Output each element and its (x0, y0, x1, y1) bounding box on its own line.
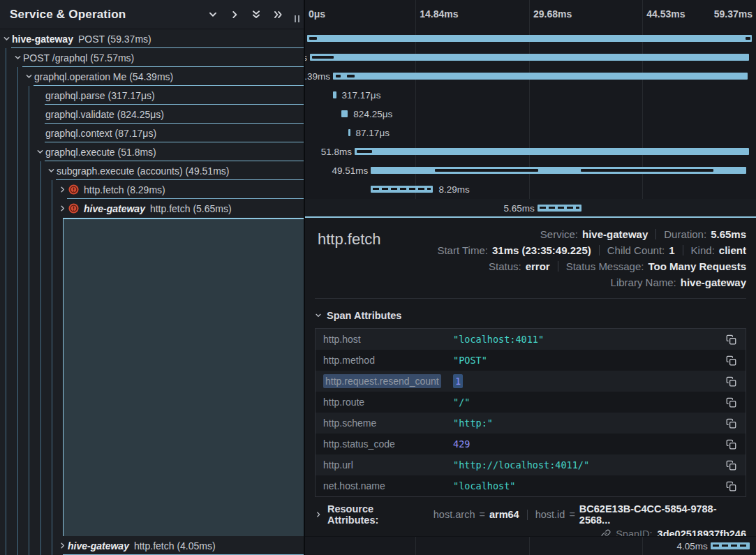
link-icon[interactable] (601, 529, 611, 536)
meta-divider (599, 245, 600, 256)
attribute-row: http.scheme "http:" (316, 413, 746, 434)
chevron-right-icon[interactable] (59, 542, 68, 549)
span-id-value: 3de02518937fb246 (658, 528, 746, 536)
span-id-row: SpanID: 3de02518937fb246 (315, 525, 746, 536)
chevron-down-icon[interactable] (47, 167, 57, 175)
span-bar[interactable] (348, 129, 350, 136)
tree-row-http-fetch-5ms-selected[interactable]: hive-gateway http.fetch (5.65ms) (0, 199, 304, 218)
chevrons-down-icon[interactable] (251, 10, 261, 20)
span-bar[interactable] (371, 186, 433, 193)
attribute-key: http.scheme (316, 417, 453, 429)
timeline-row[interactable]: 57.57ms (305, 48, 756, 67)
pane-resize-handle[interactable] (295, 15, 299, 22)
span-bar[interactable] (333, 91, 336, 98)
timeline-row[interactable]: 87.17μs (305, 124, 756, 142)
resource-attributes-toggle[interactable]: Resource Attributes: host.arch = arm64 h… (315, 506, 746, 523)
span-bar[interactable] (341, 110, 348, 117)
chevron-right-icon[interactable] (59, 205, 68, 212)
attribute-value: 429 (453, 438, 716, 450)
copy-icon[interactable] (716, 334, 746, 345)
timeline-row[interactable]: 59.37ms (305, 29, 756, 48)
tree-row-post-graphql[interactable]: POST /graphql (57.57ms) (0, 48, 304, 67)
chevrons-right-icon[interactable] (273, 10, 283, 20)
duration-label: 87.17μs (356, 128, 390, 138)
service-name: hive-gateway (84, 203, 145, 214)
equals-sign: = (479, 509, 484, 520)
tree-row-graphql-validate[interactable]: graphql.validate (824.25μs) (0, 105, 304, 124)
tree-row-http-fetch-8ms[interactable]: http.fetch (8.29ms) (0, 180, 304, 199)
chevron-down-icon[interactable] (3, 35, 12, 43)
tree-row-graphql-execute[interactable]: graphql.execute (51.8ms) (0, 142, 304, 161)
indent-guide (40, 161, 41, 555)
timeline-row-bottom[interactable]: 4.05ms (305, 536, 756, 555)
span-attributes-toggle[interactable]: Span Attributes (315, 308, 746, 323)
timeline-rows: 59.37ms 57.57ms 54.39ms 317.17μs 824.25μ… (305, 29, 756, 218)
copy-icon[interactable] (716, 439, 746, 450)
copy-icon[interactable] (716, 460, 746, 471)
span-label: POST /graphql (57.57ms) (23, 52, 134, 64)
span-bar[interactable] (307, 35, 752, 42)
span-bar[interactable] (310, 54, 749, 61)
start-time-value: 31ms (23:35:49.225) (492, 244, 591, 256)
tree-row-graphql-parse[interactable]: graphql.parse (317.17μs) (0, 86, 304, 105)
attribute-key: http.request.resend_count (316, 376, 453, 387)
span-detail-title: http.fetch (315, 226, 381, 249)
error-icon (68, 203, 79, 214)
span-label: graphql.parse (317.17μs) (45, 90, 155, 101)
timeline-row[interactable]: 317.17μs (305, 86, 756, 105)
service-value: hive-gateway (582, 228, 648, 240)
service-label: Service: (540, 228, 578, 240)
span-bar[interactable] (538, 205, 581, 212)
attribute-row: http.url "http://localhost:4011/" (316, 454, 746, 475)
copy-icon[interactable] (716, 397, 746, 408)
span-bar[interactable] (333, 73, 748, 80)
duration-label: 8.29ms (438, 184, 469, 195)
chevron-down-icon[interactable] (14, 54, 23, 61)
tree-toolbar (208, 10, 283, 20)
status-message-label: Status Message: (566, 260, 644, 272)
copy-icon[interactable] (716, 355, 746, 366)
chevron-down-icon[interactable] (208, 10, 218, 20)
chevron-down-icon[interactable] (36, 148, 45, 156)
tick-label: 59.37ms (714, 8, 753, 20)
span-label: http.fetch (5.65ms) (150, 203, 232, 214)
chevron-right-icon[interactable] (59, 186, 68, 193)
copy-icon[interactable] (716, 418, 746, 429)
meta-divider (683, 245, 683, 256)
tree-row-graphql-operation[interactable]: graphql.operation Me (54.39ms) (0, 67, 304, 86)
tree-row-http-fetch-4ms[interactable]: hive-gateway http.fetch (4.05ms) (0, 536, 304, 555)
timeline-row[interactable]: 51.8ms (305, 142, 756, 161)
chevron-right-icon[interactable] (230, 10, 239, 20)
timeline-row[interactable]: 49.51ms (305, 161, 756, 180)
timeline-row[interactable]: 4.05ms (305, 537, 756, 555)
timeline-row-selected[interactable]: 5.65ms (305, 199, 756, 218)
status-label: Status: (489, 260, 521, 272)
timeline-row[interactable]: 824.25μs (305, 105, 756, 124)
status-value: error (526, 260, 550, 272)
span-bar[interactable] (711, 542, 750, 549)
library-name-label: Library Name: (611, 276, 676, 288)
library-name-value: hive-gateway (681, 276, 746, 288)
timeline-row[interactable]: 8.29ms (305, 180, 756, 199)
span-attributes-title: Span Attributes (327, 310, 401, 321)
duration-label: 51.8ms (321, 147, 352, 157)
start-time-label: Start Time: (437, 244, 488, 256)
timeline-row[interactable]: 54.39ms (305, 67, 756, 86)
copy-icon[interactable] (716, 376, 746, 387)
tree-row-graphql-context[interactable]: graphql.context (87.17μs) (0, 124, 304, 142)
tree-row-hive-gateway-post[interactable]: hive-gateway POST (59.37ms) (0, 29, 304, 48)
span-label: POST (59.37ms) (78, 34, 151, 45)
service-name: hive-gateway (68, 540, 129, 552)
copy-icon[interactable] (716, 481, 746, 491)
timeline-pane: 0μs 14.84ms 29.68ms 44.53ms 59.37ms 59.3… (305, 0, 756, 555)
span-detail-panel: http.fetch Service: hive-gateway Duratio… (305, 218, 756, 536)
chevron-down-icon[interactable] (25, 73, 34, 80)
span-bar[interactable] (355, 148, 749, 155)
span-label: http.fetch (4.05ms) (134, 540, 216, 552)
meta-divider (527, 510, 528, 520)
span-label: graphql.validate (824.25μs) (45, 109, 164, 120)
chevron-right-icon (315, 511, 322, 518)
attribute-value: "http:" (453, 417, 716, 429)
tree-row-subgraph-execute[interactable]: subgraph.execute (accounts) (49.51ms) (0, 161, 304, 180)
attribute-value: 1 (453, 376, 716, 387)
